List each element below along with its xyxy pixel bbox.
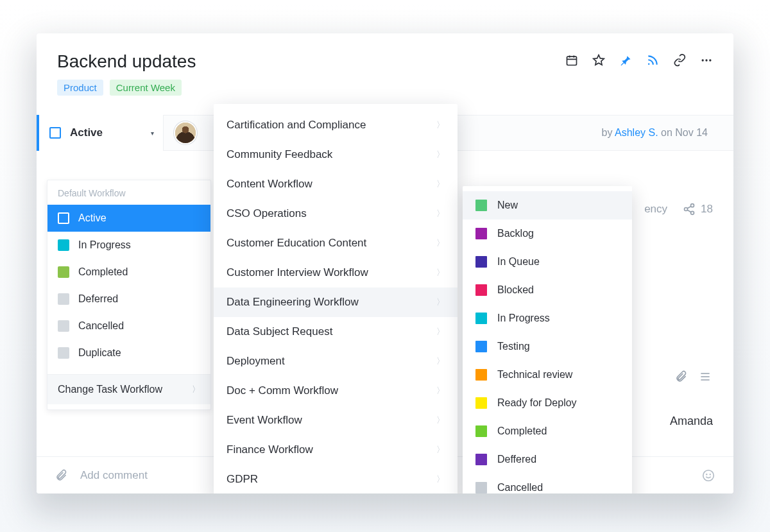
status-option-label: Cancelled: [78, 320, 124, 332]
svg-point-10: [710, 474, 710, 474]
status-swatch-icon: [475, 454, 487, 465]
status-option-label: Active: [78, 212, 107, 224]
status-option[interactable]: Completed: [47, 259, 210, 286]
more-icon[interactable]: [700, 54, 713, 67]
status-option-label: Completed: [78, 266, 128, 278]
workflow-option[interactable]: Community Feedback〉: [214, 140, 458, 169]
workflow-option-label: Customer Interview Workflow: [227, 266, 368, 279]
workflow-option-label: Deployment: [227, 355, 285, 368]
workflow-option[interactable]: Doc + Comm Workflow〉: [214, 376, 458, 406]
status-option[interactable]: Deferred: [47, 286, 210, 313]
workflow-menu: Cartification and Compliance〉Community F…: [214, 104, 458, 493]
workflow-status-option[interactable]: In Progress: [463, 304, 632, 332]
tag-product[interactable]: Product: [57, 80, 103, 96]
workflow-option-label: Doc + Comm Workflow: [227, 384, 338, 397]
status-swatch-icon: [475, 341, 487, 352]
byline-date-prefix: on: [658, 127, 676, 138]
workflow-option[interactable]: Content Workflow〉: [214, 169, 458, 199]
change-workflow-button[interactable]: Change Task Workflow 〉: [47, 375, 210, 404]
workflow-status-option[interactable]: Backlog: [463, 219, 632, 248]
chevron-right-icon: 〉: [192, 384, 200, 395]
workflow-option-label: Finance Workflow: [227, 443, 313, 456]
workflow-status-label: Blocked: [497, 284, 534, 296]
svg-point-6: [685, 208, 688, 211]
status-option[interactable]: Duplicate: [47, 339, 210, 366]
star-icon[interactable]: [592, 54, 605, 67]
svg-point-7: [691, 211, 694, 214]
status-swatch-icon: [475, 284, 487, 296]
pin-icon[interactable]: [619, 54, 632, 67]
workflow-status-option[interactable]: Deffered: [463, 445, 632, 474]
workflow-option[interactable]: GDPR〉: [214, 465, 458, 493]
workflow-option[interactable]: Cartification and Compliance〉: [214, 110, 458, 140]
workflow-status-label: Deffered: [497, 454, 536, 465]
status-swatch-icon: [475, 228, 487, 239]
workflow-option[interactable]: Customer Education Content〉: [214, 228, 458, 258]
workflow-status-label: Cancelled: [497, 482, 543, 493]
status-swatch-icon: [58, 347, 69, 359]
byline: by Ashley S. on Nov 14: [602, 127, 708, 139]
workflow-option-label: GDPR: [227, 473, 258, 486]
status-option[interactable]: In Progress: [47, 232, 210, 259]
workflow-status-option[interactable]: In Queue: [463, 248, 632, 276]
workflow-status-option[interactable]: Ready for Deploy: [463, 389, 632, 417]
chevron-right-icon: 〉: [436, 208, 445, 219]
share-count[interactable]: 18: [683, 203, 713, 216]
workflow-option-label: Content Workflow: [227, 178, 312, 191]
status-panel-heading: Default Workflow: [47, 180, 210, 205]
status-option[interactable]: Active: [47, 205, 210, 232]
assignee-avatar[interactable]: [174, 121, 197, 144]
workflow-status-option[interactable]: Completed: [463, 417, 632, 445]
workflow-option[interactable]: Customer Interview Workflow〉: [214, 258, 458, 287]
workflow-status-option[interactable]: Cancelled: [463, 474, 632, 493]
chevron-right-icon: 〉: [436, 326, 445, 338]
attachment-icon[interactable]: [55, 469, 67, 482]
workflow-option-label: Cartification and Compliance: [227, 119, 366, 132]
attachment-icon[interactable]: [674, 370, 687, 383]
workflow-option-label: Customer Education Content: [227, 237, 366, 250]
change-workflow-label: Change Task Workflow: [58, 384, 162, 395]
tags-row: Product Current Week: [37, 74, 733, 96]
task-title[interactable]: Backend updates: [57, 51, 196, 72]
status-option[interactable]: Cancelled: [47, 313, 210, 339]
workflow-option[interactable]: Event Workflow〉: [214, 406, 458, 435]
status-swatch-icon: [475, 313, 487, 324]
status-swatch-icon: [58, 212, 69, 224]
byline-author[interactable]: Ashley S.: [615, 127, 658, 138]
task-window: Backend updates Product Current Week: [37, 33, 733, 493]
calendar-icon[interactable]: [565, 54, 578, 67]
workflow-status-option[interactable]: Blocked: [463, 276, 632, 304]
workflow-option[interactable]: Finance Workflow〉: [214, 435, 458, 465]
svg-rect-0: [567, 56, 577, 65]
workflow-option[interactable]: Deployment〉: [214, 347, 458, 376]
status-dropdown[interactable]: Active ▾: [37, 115, 164, 151]
link-icon[interactable]: [673, 54, 686, 67]
chevron-right-icon: 〉: [436, 237, 445, 249]
emoji-icon[interactable]: [701, 468, 715, 483]
subtask-assignee[interactable]: Amanda: [670, 415, 713, 428]
byline-date: Nov 14: [675, 127, 708, 138]
header-actions: [565, 54, 713, 67]
workflow-option[interactable]: Data Engineering Workflow〉: [214, 287, 458, 317]
workflow-status-submenu: NewBacklogIn QueueBlockedIn ProgressTest…: [463, 186, 632, 493]
list-icon[interactable]: [699, 370, 712, 383]
status-swatch-icon: [58, 320, 69, 332]
workflow-option-label: Event Workflow: [227, 414, 302, 427]
byline-prefix: by: [602, 127, 615, 138]
status-current-label: Active: [70, 126, 103, 139]
workflow-status-option[interactable]: New: [463, 191, 632, 219]
status-swatch-icon: [475, 482, 487, 493]
workflow-option[interactable]: CSO Operations〉: [214, 199, 458, 228]
tag-current-week[interactable]: Current Week: [110, 80, 182, 96]
workflow-status-option[interactable]: Testing: [463, 332, 632, 361]
workflow-option-label: Community Feedback: [227, 148, 332, 161]
workflow-status-label: Technical review: [497, 369, 572, 381]
workflow-option[interactable]: Data Subject Request〉: [214, 317, 458, 347]
workflow-status-option[interactable]: Technical review: [463, 361, 632, 389]
workflow-status-label: In Queue: [497, 256, 540, 268]
comment-input[interactable]: Add comment: [80, 469, 148, 482]
status-swatch-icon: [475, 369, 487, 381]
status-swatch-icon: [475, 200, 487, 211]
rss-icon[interactable]: [646, 54, 659, 67]
attachment-toolbar: [674, 370, 712, 383]
